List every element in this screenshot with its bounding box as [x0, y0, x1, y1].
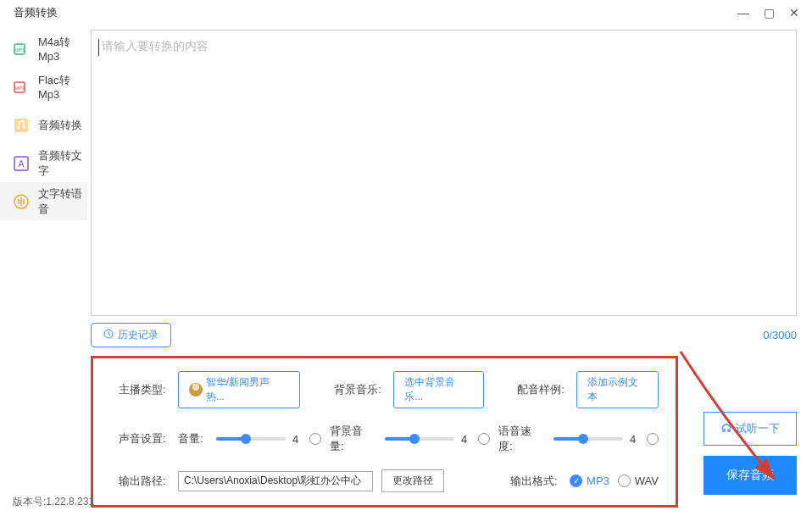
- minimize-button[interactable]: —: [736, 5, 751, 20]
- clock-icon: [103, 329, 114, 341]
- speed-label: 语音速度:: [498, 424, 545, 454]
- volume-label: 音量:: [178, 431, 208, 447]
- play-icon[interactable]: [309, 433, 321, 445]
- history-button[interactable]: 历史记录: [91, 323, 171, 347]
- bg-music-label: 背景音乐:: [334, 382, 385, 397]
- text-icon: A: [13, 155, 30, 172]
- anchor-value: 智华/新闻男声 热...: [206, 375, 290, 404]
- sidebar-item-flac-mp3[interactable]: MP3 Flac转Mp3: [0, 68, 87, 106]
- volume-slider[interactable]: [216, 437, 286, 441]
- bg-volume-slider[interactable]: [385, 437, 454, 441]
- bg-volume-value: 4: [461, 433, 471, 446]
- radio-checked-icon: ✓: [570, 474, 582, 487]
- mp3-icon: MP3: [13, 41, 30, 58]
- sample-button[interactable]: 添加示例文本: [576, 371, 659, 408]
- save-button[interactable]: 保存音频: [704, 456, 797, 495]
- sidebar-label: 文字转语音: [38, 186, 87, 217]
- svg-text:A: A: [19, 159, 25, 169]
- speed-value: 4: [630, 433, 640, 446]
- change-path-button[interactable]: 更改路径: [381, 469, 444, 492]
- version-label: 版本号:1.22.8.231: [13, 495, 94, 509]
- sidebar-label: 音频转换: [38, 118, 82, 133]
- sidebar-item-audio-to-text[interactable]: A 音频转文字: [0, 144, 87, 182]
- speed-slider[interactable]: [553, 437, 623, 441]
- svg-point-5: [18, 126, 20, 129]
- sample-btn-label: 添加示例文本: [587, 375, 648, 404]
- headphone-icon: [720, 422, 732, 436]
- radio-mp3-label: MP3: [587, 474, 609, 487]
- sidebar: MP3 M4a转Mp3 MP3 Flac转Mp3 音频转换 A 音频转文字 文字…: [0, 25, 87, 516]
- mp3-icon: MP3: [13, 79, 30, 96]
- bg-volume-label: 背景音量:: [330, 424, 376, 454]
- out-path-label: 输出路径:: [119, 474, 170, 489]
- music-icon: [13, 117, 30, 134]
- sidebar-label: M4a转Mp3: [38, 35, 87, 63]
- sidebar-item-audio-convert[interactable]: 音频转换: [0, 106, 87, 144]
- out-format-label: 输出格式:: [510, 474, 561, 489]
- preview-button[interactable]: 试听一下: [704, 412, 797, 446]
- audio-settings-label: 声音设置:: [119, 431, 170, 447]
- sidebar-item-m4a-mp3[interactable]: MP3 M4a转Mp3: [0, 30, 87, 68]
- sample-label: 配音样例:: [517, 382, 568, 397]
- svg-rect-4: [14, 119, 28, 132]
- play-icon[interactable]: [647, 433, 659, 445]
- volume-value: 4: [292, 433, 303, 446]
- settings-panel: 主播类型: 智华/新闻男声 热... 背景音乐: 选中背景音乐... 配音样例:…: [91, 356, 678, 508]
- sidebar-item-text-to-speech[interactable]: 文字转语音: [0, 182, 87, 220]
- bg-music-button[interactable]: 选中背景音乐...: [393, 371, 484, 408]
- radio-wav-label: WAV: [635, 474, 659, 487]
- radio-mp3[interactable]: ✓ MP3: [570, 474, 609, 487]
- app-title: 音频转换: [7, 5, 736, 20]
- anchor-type-button[interactable]: 智华/新闻男声 热...: [178, 371, 300, 408]
- output-path-input[interactable]: [178, 471, 373, 491]
- radio-unchecked-icon: [618, 474, 631, 487]
- sidebar-label: 音频转文字: [38, 148, 87, 179]
- svg-point-6: [23, 125, 25, 128]
- char-count: 0/3000: [763, 329, 797, 341]
- speech-icon: [13, 193, 30, 210]
- play-icon[interactable]: [478, 433, 490, 445]
- maximize-button[interactable]: ▢: [761, 5, 776, 20]
- history-label: 历史记录: [118, 328, 159, 342]
- svg-text:MP3: MP3: [14, 47, 25, 53]
- sidebar-label: Flac转Mp3: [38, 73, 87, 101]
- anchor-type-label: 主播类型:: [119, 382, 170, 397]
- close-button[interactable]: ✕: [787, 5, 802, 20]
- svg-text:MP3: MP3: [14, 86, 25, 91]
- text-input[interactable]: 请输入要转换的内容: [91, 30, 797, 316]
- bg-music-btn-label: 选中背景音乐...: [404, 375, 473, 404]
- preview-label: 试听一下: [736, 421, 780, 436]
- avatar-icon: [189, 383, 203, 397]
- radio-wav[interactable]: WAV: [618, 474, 659, 487]
- placeholder-text: 请输入要转换的内容: [102, 39, 209, 53]
